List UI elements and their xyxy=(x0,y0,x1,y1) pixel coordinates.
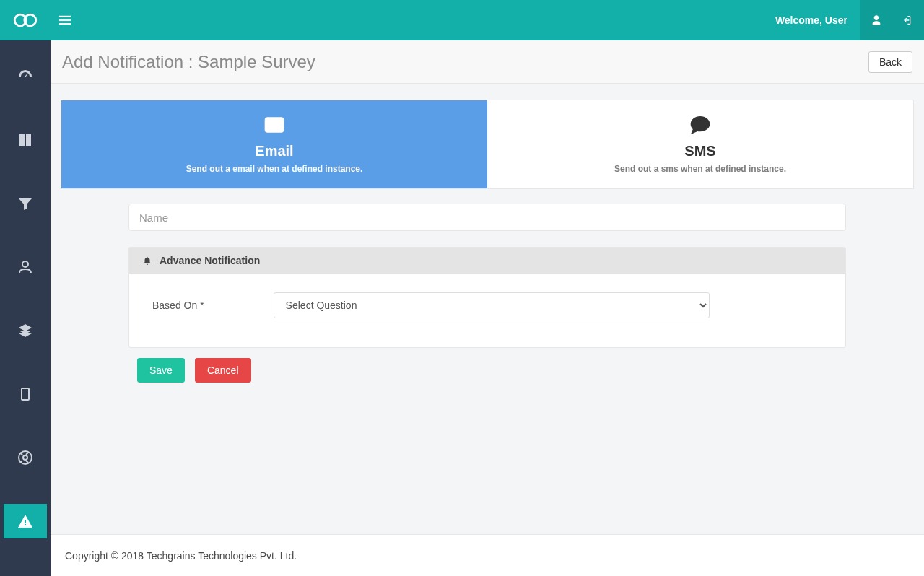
sidebar-item-users[interactable] xyxy=(4,250,47,284)
svg-rect-5 xyxy=(22,388,29,400)
cancel-button[interactable]: Cancel xyxy=(195,358,251,383)
form-wrap: Advance Notification Based On * Select Q… xyxy=(128,204,846,383)
top-navbar: Welcome, User xyxy=(0,0,924,40)
user-menu-button[interactable] xyxy=(860,0,892,40)
svg-rect-4 xyxy=(59,23,71,25)
logo-icon xyxy=(13,12,38,28)
tab-email-desc: Send out a email when at defined instanc… xyxy=(69,164,480,174)
action-row: Save Cancel xyxy=(128,358,846,383)
advance-panel-title: Advance Notification xyxy=(160,255,260,266)
svg-rect-2 xyxy=(59,16,71,17)
warning-icon xyxy=(17,512,34,530)
logout-button[interactable] xyxy=(892,0,924,40)
tablet-icon xyxy=(17,385,34,403)
advance-panel-head: Advance Notification xyxy=(129,248,845,274)
page-content: Email Send out a email when at defined i… xyxy=(51,84,924,396)
brand-logo[interactable] xyxy=(0,12,51,28)
advance-panel-body: Based On * Select Question xyxy=(129,274,845,347)
sidebar-item-notifications[interactable] xyxy=(4,504,47,538)
svg-rect-3 xyxy=(59,19,71,21)
tab-sms[interactable]: SMS Send out a sms when at defined insta… xyxy=(487,100,913,188)
layers-icon xyxy=(17,322,34,339)
sidebar-item-filter[interactable] xyxy=(4,186,47,221)
svg-point-7 xyxy=(23,455,27,460)
sidebar-item-dashboard[interactable] xyxy=(4,59,47,94)
page-header: Add Notification : Sample Survey Back xyxy=(51,40,924,84)
back-button[interactable]: Back xyxy=(868,51,912,73)
tab-sms-title: SMS xyxy=(494,143,906,160)
sidebar-item-device[interactable] xyxy=(4,377,47,411)
sidebar-item-surveys[interactable] xyxy=(4,123,47,157)
hamburger-icon xyxy=(59,15,71,25)
name-input[interactable] xyxy=(128,204,846,231)
advance-panel: Advance Notification Based On * Select Q… xyxy=(128,247,846,348)
left-sidebar xyxy=(0,40,51,576)
user-icon xyxy=(871,14,882,26)
based-on-label: Based On * xyxy=(152,300,204,311)
footer: Copyright © 2018 Techgrains Technologies… xyxy=(51,534,924,576)
speech-bubble-icon xyxy=(494,113,906,139)
bell-icon xyxy=(142,255,152,266)
page-body: Add Notification : Sample Survey Back Em… xyxy=(51,40,924,534)
dashboard-icon xyxy=(17,68,34,85)
sidebar-item-support[interactable] xyxy=(4,440,47,475)
tab-email[interactable]: Email Send out a email when at defined i… xyxy=(61,100,487,188)
user-outline-icon xyxy=(17,258,34,276)
tab-sms-desc: Send out a sms when at defined instance. xyxy=(494,164,906,174)
tab-row: Email Send out a email when at defined i… xyxy=(61,100,914,189)
book-icon xyxy=(17,131,34,149)
envelope-icon xyxy=(69,113,480,139)
lifebuoy-icon xyxy=(17,449,34,466)
save-button[interactable]: Save xyxy=(137,358,185,383)
footer-text: Copyright © 2018 Techgrains Technologies… xyxy=(65,550,297,562)
based-on-select[interactable]: Select Question xyxy=(274,292,710,318)
page-title: Add Notification : Sample Survey xyxy=(62,52,315,72)
sidebar-toggle-button[interactable] xyxy=(51,15,79,25)
sidebar-item-layers[interactable] xyxy=(4,313,47,348)
tab-email-title: Email xyxy=(69,143,480,160)
logout-icon xyxy=(902,14,914,26)
filter-icon xyxy=(17,195,34,212)
welcome-text: Welcome, User xyxy=(762,14,860,26)
